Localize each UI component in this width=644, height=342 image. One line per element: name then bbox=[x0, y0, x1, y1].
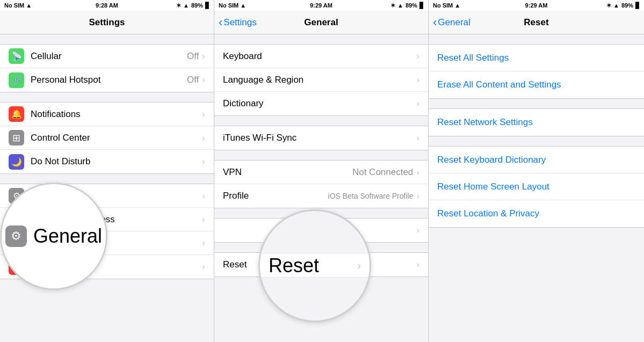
hotspot-label: Personal Hotspot bbox=[31, 75, 187, 85]
status-right-1: ✶ ▲ 89% ▊ bbox=[176, 2, 209, 9]
status-right-2: ✶ ▲ 89% ▊ bbox=[390, 2, 424, 9]
reset-item-network[interactable]: Reset Network Settings bbox=[429, 109, 644, 136]
reset-item-all-settings[interactable]: Reset All Settings bbox=[429, 45, 644, 71]
general-item-dictionary[interactable]: Dictionary › bbox=[214, 92, 428, 115]
control-center-icon: ⊞ bbox=[9, 130, 24, 145]
dictionary-chevron: › bbox=[416, 98, 419, 109]
vpn-value: Not Connected bbox=[352, 167, 413, 178]
notifications-label: Notifications bbox=[31, 109, 202, 120]
battery-pct-3: 89% bbox=[621, 2, 633, 9]
panel-reset: No SIM ▲ 9:29 AM ✶ ▲ 89% ▊ ‹ General Res… bbox=[429, 0, 644, 342]
status-time-3: 9:29 AM bbox=[525, 2, 548, 9]
section-reset-main: Reset All Settings Erase All Content and… bbox=[429, 44, 644, 99]
reset-item-keyboard[interactable]: Reset Keyboard Dictionary bbox=[429, 147, 644, 173]
reset-keyboard-label: Reset Keyboard Dictionary bbox=[437, 155, 635, 165]
hotspot-value: Off bbox=[187, 75, 199, 85]
control-center-label: Control Center bbox=[31, 133, 202, 143]
extra1-chevron: › bbox=[416, 225, 419, 236]
nav-bar-3: ‹ General Reset bbox=[429, 11, 644, 34]
settings-item-control-center[interactable]: ⊞ Control Center › bbox=[0, 126, 214, 150]
keyboard-chevron: › bbox=[416, 51, 419, 62]
battery-icon-1: ▊ bbox=[205, 2, 209, 9]
cellular-label: Cellular bbox=[31, 51, 187, 62]
magnifier-reset-chevron: › bbox=[357, 259, 361, 272]
nav-title-2: General bbox=[304, 17, 338, 28]
bt-icon-2: ✶ bbox=[390, 2, 395, 9]
magnifier-reset: Reset › bbox=[258, 209, 371, 322]
reset-item-location[interactable]: Reset Location & Privacy bbox=[429, 200, 644, 227]
dnd-label: Do Not Disturb bbox=[31, 156, 202, 167]
bt-icon-1: ✶ bbox=[176, 2, 181, 9]
profile-label: Profile bbox=[223, 191, 328, 201]
general-item-profile[interactable]: Profile iOS Beta Software Profile › bbox=[214, 184, 428, 208]
reset-home-label: Reset Home Screen Layout bbox=[437, 181, 635, 192]
magnifier-general-content: ⚙ General bbox=[5, 225, 102, 248]
magnifier-reset-item: Reset › bbox=[260, 254, 370, 278]
magnifier-general: ⚙ General bbox=[0, 183, 107, 290]
notifications-icon: 🔔 bbox=[9, 106, 24, 122]
status-time-2: 9:29 AM bbox=[310, 2, 332, 9]
reset-location-label: Reset Location & Privacy bbox=[437, 208, 635, 219]
nav-bar-2: ‹ Settings General bbox=[214, 11, 428, 34]
panel-general: No SIM ▲ 9:29 AM ✶ ▲ 89% ▊ ‹ Settings Ge… bbox=[214, 0, 429, 342]
dictionary-label: Dictionary bbox=[223, 98, 416, 109]
settings-item-cellular[interactable]: 📡 Cellular Off › bbox=[0, 45, 214, 68]
battery-icon-2: ▊ bbox=[419, 2, 424, 9]
cellular-chevron: › bbox=[202, 51, 205, 62]
section-reset-network: Reset Network Settings bbox=[429, 108, 644, 136]
reset-all-settings-label: Reset All Settings bbox=[437, 53, 635, 63]
nav-title-3: Reset bbox=[524, 17, 548, 28]
profile-value: iOS Beta Software Profile bbox=[328, 192, 414, 200]
keyboard-label: Keyboard bbox=[223, 51, 416, 62]
wifi-icon-3: ▲ bbox=[613, 2, 619, 9]
status-bar-1: No SIM ▲ 9:28 AM ✶ ▲ 89% ▊ bbox=[0, 0, 214, 11]
settings-item-do-not-disturb[interactable]: 🌙 Do Not Disturb › bbox=[0, 150, 214, 173]
section-vpn: VPN Not Connected › Profile iOS Beta Sof… bbox=[214, 160, 428, 208]
cellular-icon: 📡 bbox=[9, 48, 24, 64]
status-left-2: No SIM ▲ bbox=[219, 2, 246, 9]
reset-network-label: Reset Network Settings bbox=[437, 117, 635, 128]
back-label-3: General bbox=[438, 17, 470, 28]
sounds-chevron: › bbox=[202, 261, 205, 272]
battery-pct-1: 89% bbox=[191, 2, 203, 9]
display-chevron: › bbox=[202, 214, 205, 225]
bt-icon-3: ✶ bbox=[606, 2, 611, 9]
back-button-2[interactable]: ‹ Settings bbox=[219, 17, 257, 28]
reset-item-erase-all[interactable]: Erase All Content and Settings bbox=[429, 71, 644, 98]
back-button-3[interactable]: ‹ General bbox=[433, 17, 471, 28]
section-input: Keyboard › Language & Region › Dictionar… bbox=[214, 44, 428, 116]
general-item-vpn[interactable]: VPN Not Connected › bbox=[214, 161, 428, 184]
profile-chevron: › bbox=[416, 191, 419, 201]
general-item-language[interactable]: Language & Region › bbox=[214, 68, 428, 92]
dnd-icon: 🌙 bbox=[9, 154, 24, 170]
back-label-2: Settings bbox=[223, 17, 256, 28]
wifi-icon-1: ▲ bbox=[183, 2, 189, 9]
magnifier-gear-icon: ⚙ bbox=[5, 225, 27, 247]
reset-chevron: › bbox=[416, 259, 419, 270]
status-time-1: 9:28 AM bbox=[96, 2, 118, 9]
control-center-chevron: › bbox=[202, 133, 205, 143]
hotspot-icon: 🔗 bbox=[9, 72, 24, 88]
itunes-chevron: › bbox=[416, 133, 419, 143]
magnifier-general-text: General bbox=[33, 225, 102, 248]
general-item-keyboard[interactable]: Keyboard › bbox=[214, 45, 428, 68]
section-reset-misc: Reset Keyboard Dictionary Reset Home Scr… bbox=[429, 146, 644, 228]
settings-item-notifications[interactable]: 🔔 Notifications › bbox=[0, 103, 214, 126]
section-controls: 🔔 Notifications › ⊞ Control Center › 🌙 D… bbox=[0, 102, 214, 174]
dnd-chevron: › bbox=[202, 156, 205, 167]
magnifier-reset-text: Reset bbox=[269, 254, 357, 277]
vpn-chevron: › bbox=[416, 167, 419, 178]
status-bar-3: No SIM ▲ 9:29 AM ✶ ▲ 89% ▊ bbox=[429, 0, 644, 11]
itunes-label: iTunes Wi-Fi Sync bbox=[223, 133, 416, 143]
back-chevron-2: ‹ bbox=[219, 17, 222, 28]
settings-item-hotspot[interactable]: 🔗 Personal Hotspot Off › bbox=[0, 68, 214, 92]
erase-all-label: Erase All Content and Settings bbox=[437, 79, 635, 90]
wifi-icon-2: ▲ bbox=[397, 2, 403, 9]
magnifier-reset-content: Reset › bbox=[260, 254, 370, 278]
reset-item-home-screen[interactable]: Reset Home Screen Layout bbox=[429, 173, 644, 200]
battery-pct-2: 89% bbox=[406, 2, 417, 9]
general-item-itunes[interactable]: iTunes Wi-Fi Sync › bbox=[214, 126, 428, 150]
vpn-label: VPN bbox=[223, 167, 352, 178]
back-chevron-3: ‹ bbox=[433, 17, 437, 28]
cellular-value: Off bbox=[187, 51, 199, 62]
